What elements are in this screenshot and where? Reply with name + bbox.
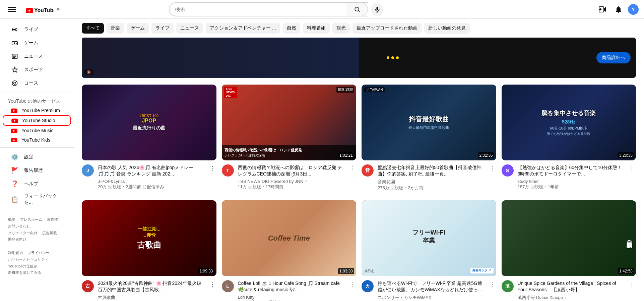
chip-games[interactable]: ゲーム bbox=[127, 23, 149, 34]
more-button-6[interactable]: ⋮ bbox=[348, 280, 356, 288]
services-title: YouTube の他のサービス bbox=[0, 96, 74, 106]
video-title-3: 盤點過去七年抖音上最好的50首歌曲【抖音破億神曲】你的答案, 刷了吧, 最後一頁… bbox=[378, 164, 484, 178]
sidebar-item-sports[interactable]: スポーツ bbox=[3, 63, 71, 77]
sidebar-label-news: ニュース bbox=[24, 53, 43, 59]
chip-all[interactable]: すべて bbox=[82, 23, 104, 34]
chip-tourism[interactable]: 観光 bbox=[332, 23, 350, 34]
sidebar-item-report[interactable]: 🚩 報告履歴 bbox=[3, 164, 71, 177]
thumbnail-3: 抖音最好歌曲 最大最熱門流腦抖音歌曲 ♡ TAIWAN 2:02:36 bbox=[362, 85, 496, 160]
header-left: YouTube JP bbox=[5, 3, 60, 16]
sidebar-divider-3 bbox=[0, 211, 74, 211]
thumbnail-2: TBSNEWSDIG 西側の情報戦？戦況への影響は ロシア猛反発 テレグラムCE… bbox=[222, 85, 357, 160]
mic-button[interactable] bbox=[371, 3, 383, 16]
video-meta-1: 20万 回視聴・2週間前 に配信済み bbox=[98, 184, 204, 190]
chip-nature[interactable]: 自然 bbox=[283, 23, 300, 34]
search-icon bbox=[354, 6, 361, 13]
video-details-5: 2024最火的20首"古风神曲" 🌸 抖音2024年最火破百万的中国古风歌曲【古… bbox=[98, 280, 204, 301]
footer-link-contact[interactable]: お問い合わせ bbox=[8, 224, 30, 228]
video-card-1[interactable]: #BEST 100 JPOP 最近流行りの曲 J 日本の歌 人気 2024🌸🎵 … bbox=[82, 85, 216, 192]
video-details-4: 【勉強がはかどる音楽】60分集中して10分休憩！3時間のポモドーロタイマーで..… bbox=[518, 164, 624, 190]
create-video-button[interactable] bbox=[596, 3, 609, 16]
chip-discover[interactable]: 新しい動画の発見 bbox=[424, 23, 470, 34]
chip-recent[interactable]: 最近アップロードされた動画 bbox=[352, 23, 422, 34]
youtube-logo-small bbox=[11, 108, 17, 113]
menu-icon bbox=[8, 5, 16, 13]
video-card-2[interactable]: TBSNEWSDIG 西側の情報戦？戦況への影響は ロシア猛反発 テレグラムCE… bbox=[222, 85, 357, 192]
more-button-5[interactable]: ⋮ bbox=[208, 280, 216, 288]
news-icon bbox=[11, 52, 19, 60]
channel-name-4: study timer bbox=[518, 179, 624, 184]
footer-link-policy[interactable]: ポリシーとセキュリティ bbox=[8, 257, 49, 261]
video-card-7[interactable]: フリーWi-Fi 卒業 外部リンク ↗ 旭日志 カ 持ち運べるWi-Fiで、フリ… bbox=[362, 200, 496, 301]
video-title-5: 2024最火的20首"古风神曲" 🌸 抖音2024年最火破百万的中国古风歌曲【古… bbox=[98, 280, 204, 293]
chip-news[interactable]: ニュース bbox=[176, 23, 203, 34]
footer-link-developer[interactable]: 開発者向け bbox=[8, 237, 26, 241]
thumbnail-5: 一笑江湖... ...赤怜 古歌曲 1:09:33 bbox=[82, 200, 216, 276]
sidebar-item-music[interactable]: YouTube Music bbox=[3, 126, 71, 135]
footer-link-creator[interactable]: クリエイター向け bbox=[8, 231, 38, 235]
footer-link-press[interactable]: プレスルーム bbox=[20, 217, 42, 221]
sidebar-item-games[interactable]: ゲーム bbox=[3, 36, 71, 50]
video-card-4[interactable]: 脳を集中させる音楽 528Hz 60分-10分 60BPM以下 誰でも勉強がはか… bbox=[502, 85, 636, 192]
header-right: Y bbox=[596, 3, 639, 16]
search-button[interactable] bbox=[346, 3, 368, 16]
video-details-6: Coffee Lofi ☕ 1 Hour Cafe Song 🎵 Stream … bbox=[238, 280, 344, 301]
notifications-button[interactable] bbox=[612, 3, 625, 16]
video-card-3[interactable]: 抖音最好歌曲 最大最熱門流腦抖音歌曲 ♡ TAIWAN 2:02:36 音 盤點… bbox=[362, 85, 496, 192]
videos-grid-row1: #BEST 100 JPOP 最近流行りの曲 J 日本の歌 人気 2024🌸🎵 … bbox=[82, 85, 636, 192]
sidebar-item-live[interactable]: ライブ bbox=[3, 23, 71, 36]
video-title-6: Coffee Lofi ☕ 1 Hour Cafe Song 🎵 Stream … bbox=[238, 280, 344, 293]
footer-link-terms[interactable]: 利用規約 bbox=[8, 251, 23, 255]
avatar[interactable]: Y bbox=[628, 4, 639, 15]
more-button-2[interactable]: ⋮ bbox=[348, 164, 356, 172]
sidebar-label-courses: コース bbox=[24, 80, 38, 86]
sidebar-item-courses[interactable]: コース bbox=[3, 77, 71, 90]
video-card-5[interactable]: 一笑江湖... ...赤怜 古歌曲 1:09:33 古 2024最火的20首"古… bbox=[82, 200, 216, 301]
search-input[interactable] bbox=[169, 3, 346, 16]
channel-name-5: 古风歌曲 bbox=[98, 295, 204, 301]
more-button-1[interactable]: ⋮ bbox=[208, 164, 216, 172]
more-button-3[interactable]: ⋮ bbox=[488, 164, 496, 172]
chip-action[interactable]: アクション＆アドベンチャー ... bbox=[206, 23, 280, 34]
chip-music[interactable]: 音楽 bbox=[107, 23, 124, 34]
sidebar-item-premium[interactable]: YouTube Premium bbox=[3, 106, 71, 115]
footer-link-copyright[interactable]: 著作権 bbox=[47, 217, 58, 221]
more-button-4[interactable]: ⋮ bbox=[628, 164, 636, 172]
sidebar-item-kids[interactable]: YouTube Kids bbox=[3, 135, 71, 145]
sidebar-label-premium: YouTube Premium bbox=[21, 108, 60, 113]
sidebar-item-help[interactable]: ❓ ヘルプ bbox=[3, 177, 71, 191]
sidebar-item-studio[interactable]: YouTube Studio bbox=[3, 115, 71, 126]
logo-link[interactable]: YouTube JP bbox=[24, 6, 60, 13]
sidebar-item-feedback[interactable]: 📋 フィードバックを... bbox=[3, 191, 71, 208]
sidebar-item-settings[interactable]: ⚙️ 設定 bbox=[3, 150, 71, 164]
svg-point-22 bbox=[14, 82, 16, 85]
footer-link-advertise[interactable]: 広告掲載 bbox=[42, 231, 57, 235]
avatar-3: 音 bbox=[362, 164, 374, 177]
footer-link-privacy[interactable]: プライバシー bbox=[27, 251, 50, 255]
video-card-6[interactable]: Coffee Time 1:03:30 L Coffee Lofi ☕ 1 Ho… bbox=[222, 200, 357, 301]
chip-live[interactable]: ライブ bbox=[151, 23, 174, 34]
footer-link-how[interactable]: YouTubeの仕組み bbox=[8, 264, 37, 268]
avatar-4: S bbox=[502, 164, 514, 177]
video-title-1: 日本の歌 人気 2024🌸🎵 有名曲jpopメドレー 🎵🎵🎵 音楽 ランキング … bbox=[98, 164, 204, 178]
more-button-7[interactable]: ⋮ bbox=[488, 280, 496, 288]
footer-link-new[interactable]: 新機能を試してみる bbox=[8, 270, 41, 274]
sidebar-label-games: ゲーム bbox=[24, 40, 38, 46]
bell-icon bbox=[615, 5, 623, 13]
layout: ライブ ゲーム bbox=[0, 19, 644, 301]
sidebar-label-feedback: フィードバックを... bbox=[24, 193, 63, 205]
banner: 🔇 商品詳細へ bbox=[82, 38, 636, 78]
footer-links: 概要 プレスルーム 著作権 お問い合わせ クリエイター向け 広告掲載 開発者向け… bbox=[0, 214, 74, 279]
footer-link-about[interactable]: 概要 bbox=[8, 217, 15, 221]
more-button-8[interactable]: ⋮ bbox=[628, 280, 636, 288]
thumb-bg-1: #BEST 100 JPOP 最近流行りの曲 bbox=[82, 85, 216, 160]
thumbnail-7: フリーWi-Fi 卒業 外部リンク ↗ 旭日志 bbox=[362, 200, 496, 276]
menu-button[interactable] bbox=[5, 3, 19, 16]
chip-cooking[interactable]: 料理番組 bbox=[303, 23, 330, 34]
banner-cta-button[interactable]: 商品詳細へ bbox=[596, 52, 631, 63]
channel-name-3: 音楽花園 bbox=[378, 179, 484, 185]
video-card-8[interactable]: 四季調料（一料） 1:42:58 滇 Unique Spice Gardens … bbox=[502, 200, 636, 301]
avatar-2: T bbox=[222, 164, 234, 177]
channel-name-6: Lofi Kitty bbox=[238, 295, 344, 300]
sidebar-item-news[interactable]: ニュース bbox=[3, 50, 71, 63]
